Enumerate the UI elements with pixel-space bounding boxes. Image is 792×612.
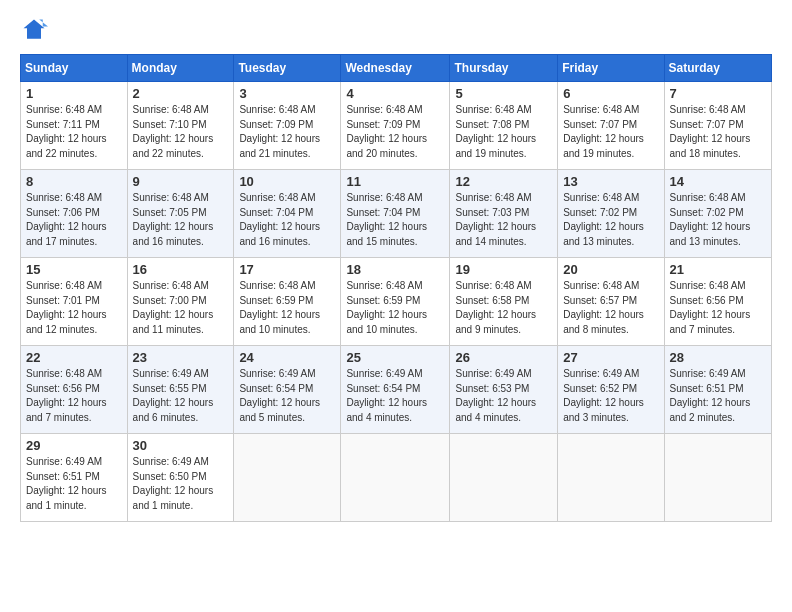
week-row-1: 1Sunrise: 6:48 AMSunset: 7:11 PMDaylight… [21,82,772,170]
weekday-header-friday: Friday [558,55,664,82]
day-number: 17 [239,262,335,277]
day-info: Sunrise: 6:48 AMSunset: 7:03 PMDaylight:… [455,191,552,249]
day-info: Sunrise: 6:49 AMSunset: 6:53 PMDaylight:… [455,367,552,425]
day-number: 3 [239,86,335,101]
day-number: 4 [346,86,444,101]
weekday-header-thursday: Thursday [450,55,558,82]
calendar-cell: 24Sunrise: 6:49 AMSunset: 6:54 PMDayligh… [234,346,341,434]
calendar-cell: 29Sunrise: 6:49 AMSunset: 6:51 PMDayligh… [21,434,128,522]
week-row-5: 29Sunrise: 6:49 AMSunset: 6:51 PMDayligh… [21,434,772,522]
calendar-cell: 17Sunrise: 6:48 AMSunset: 6:59 PMDayligh… [234,258,341,346]
calendar-cell: 9Sunrise: 6:48 AMSunset: 7:05 PMDaylight… [127,170,234,258]
calendar-cell: 2Sunrise: 6:48 AMSunset: 7:10 PMDaylight… [127,82,234,170]
day-info: Sunrise: 6:48 AMSunset: 6:56 PMDaylight:… [26,367,122,425]
day-number: 16 [133,262,229,277]
day-number: 23 [133,350,229,365]
day-number: 18 [346,262,444,277]
day-info: Sunrise: 6:48 AMSunset: 7:04 PMDaylight:… [346,191,444,249]
calendar-table: SundayMondayTuesdayWednesdayThursdayFrid… [20,54,772,522]
day-info: Sunrise: 6:48 AMSunset: 6:57 PMDaylight:… [563,279,658,337]
day-number: 26 [455,350,552,365]
day-info: Sunrise: 6:49 AMSunset: 6:54 PMDaylight:… [239,367,335,425]
day-number: 12 [455,174,552,189]
calendar-cell: 30Sunrise: 6:49 AMSunset: 6:50 PMDayligh… [127,434,234,522]
day-info: Sunrise: 6:48 AMSunset: 7:08 PMDaylight:… [455,103,552,161]
day-number: 19 [455,262,552,277]
calendar-cell: 7Sunrise: 6:48 AMSunset: 7:07 PMDaylight… [664,82,771,170]
calendar-cell [341,434,450,522]
day-number: 7 [670,86,766,101]
weekday-header-tuesday: Tuesday [234,55,341,82]
calendar-cell: 26Sunrise: 6:49 AMSunset: 6:53 PMDayligh… [450,346,558,434]
day-number: 9 [133,174,229,189]
day-number: 1 [26,86,122,101]
weekday-header-wednesday: Wednesday [341,55,450,82]
day-number: 20 [563,262,658,277]
day-number: 27 [563,350,658,365]
day-info: Sunrise: 6:48 AMSunset: 7:07 PMDaylight:… [563,103,658,161]
calendar-page: SundayMondayTuesdayWednesdayThursdayFrid… [0,0,792,612]
page-header [20,16,772,44]
day-info: Sunrise: 6:48 AMSunset: 6:58 PMDaylight:… [455,279,552,337]
calendar-cell: 12Sunrise: 6:48 AMSunset: 7:03 PMDayligh… [450,170,558,258]
week-row-4: 22Sunrise: 6:48 AMSunset: 6:56 PMDayligh… [21,346,772,434]
calendar-cell: 6Sunrise: 6:48 AMSunset: 7:07 PMDaylight… [558,82,664,170]
svg-marker-0 [24,20,45,39]
calendar-cell: 18Sunrise: 6:48 AMSunset: 6:59 PMDayligh… [341,258,450,346]
day-info: Sunrise: 6:49 AMSunset: 6:55 PMDaylight:… [133,367,229,425]
day-number: 5 [455,86,552,101]
day-number: 28 [670,350,766,365]
day-number: 30 [133,438,229,453]
day-info: Sunrise: 6:48 AMSunset: 7:02 PMDaylight:… [563,191,658,249]
logo-icon [20,16,48,44]
calendar-header: SundayMondayTuesdayWednesdayThursdayFrid… [21,55,772,82]
day-info: Sunrise: 6:48 AMSunset: 7:04 PMDaylight:… [239,191,335,249]
calendar-cell: 1Sunrise: 6:48 AMSunset: 7:11 PMDaylight… [21,82,128,170]
day-number: 14 [670,174,766,189]
calendar-cell: 21Sunrise: 6:48 AMSunset: 6:56 PMDayligh… [664,258,771,346]
day-number: 11 [346,174,444,189]
day-info: Sunrise: 6:48 AMSunset: 7:00 PMDaylight:… [133,279,229,337]
day-info: Sunrise: 6:48 AMSunset: 7:07 PMDaylight:… [670,103,766,161]
day-number: 22 [26,350,122,365]
logo [20,16,52,44]
day-info: Sunrise: 6:48 AMSunset: 7:02 PMDaylight:… [670,191,766,249]
day-number: 24 [239,350,335,365]
day-info: Sunrise: 6:48 AMSunset: 7:05 PMDaylight:… [133,191,229,249]
week-row-3: 15Sunrise: 6:48 AMSunset: 7:01 PMDayligh… [21,258,772,346]
day-number: 10 [239,174,335,189]
day-info: Sunrise: 6:49 AMSunset: 6:50 PMDaylight:… [133,455,229,513]
calendar-cell: 23Sunrise: 6:49 AMSunset: 6:55 PMDayligh… [127,346,234,434]
day-info: Sunrise: 6:48 AMSunset: 7:09 PMDaylight:… [239,103,335,161]
day-info: Sunrise: 6:49 AMSunset: 6:52 PMDaylight:… [563,367,658,425]
day-number: 25 [346,350,444,365]
week-row-2: 8Sunrise: 6:48 AMSunset: 7:06 PMDaylight… [21,170,772,258]
calendar-cell [450,434,558,522]
day-number: 15 [26,262,122,277]
calendar-cell: 10Sunrise: 6:48 AMSunset: 7:04 PMDayligh… [234,170,341,258]
calendar-cell: 16Sunrise: 6:48 AMSunset: 7:00 PMDayligh… [127,258,234,346]
calendar-cell: 25Sunrise: 6:49 AMSunset: 6:54 PMDayligh… [341,346,450,434]
calendar-cell: 20Sunrise: 6:48 AMSunset: 6:57 PMDayligh… [558,258,664,346]
weekday-header-monday: Monday [127,55,234,82]
day-info: Sunrise: 6:49 AMSunset: 6:51 PMDaylight:… [26,455,122,513]
day-info: Sunrise: 6:49 AMSunset: 6:51 PMDaylight:… [670,367,766,425]
calendar-cell [558,434,664,522]
day-info: Sunrise: 6:48 AMSunset: 7:11 PMDaylight:… [26,103,122,161]
day-info: Sunrise: 6:48 AMSunset: 7:01 PMDaylight:… [26,279,122,337]
weekday-header-saturday: Saturday [664,55,771,82]
day-info: Sunrise: 6:49 AMSunset: 6:54 PMDaylight:… [346,367,444,425]
calendar-cell: 28Sunrise: 6:49 AMSunset: 6:51 PMDayligh… [664,346,771,434]
weekday-header-sunday: Sunday [21,55,128,82]
calendar-cell [234,434,341,522]
day-number: 6 [563,86,658,101]
weekday-header-row: SundayMondayTuesdayWednesdayThursdayFrid… [21,55,772,82]
day-info: Sunrise: 6:48 AMSunset: 6:59 PMDaylight:… [239,279,335,337]
calendar-cell: 15Sunrise: 6:48 AMSunset: 7:01 PMDayligh… [21,258,128,346]
day-info: Sunrise: 6:48 AMSunset: 7:10 PMDaylight:… [133,103,229,161]
day-number: 21 [670,262,766,277]
calendar-cell: 3Sunrise: 6:48 AMSunset: 7:09 PMDaylight… [234,82,341,170]
calendar-cell: 13Sunrise: 6:48 AMSunset: 7:02 PMDayligh… [558,170,664,258]
calendar-cell: 11Sunrise: 6:48 AMSunset: 7:04 PMDayligh… [341,170,450,258]
calendar-cell: 5Sunrise: 6:48 AMSunset: 7:08 PMDaylight… [450,82,558,170]
